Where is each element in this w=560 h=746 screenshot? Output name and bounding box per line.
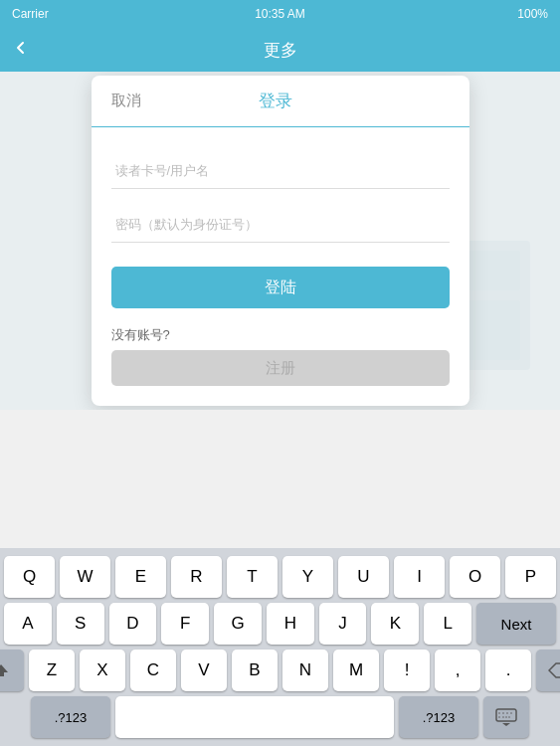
keyboard-dismiss-key[interactable] xyxy=(483,696,529,738)
key-c[interactable]: C xyxy=(130,650,176,691)
symbol-key[interactable]: .?123 xyxy=(31,696,110,738)
key-exclaim[interactable]: ! xyxy=(384,650,430,691)
backspace-key[interactable] xyxy=(536,650,560,691)
shift-icon xyxy=(0,661,10,679)
keyboard-icon xyxy=(495,708,517,726)
key-o[interactable]: O xyxy=(450,556,500,598)
keyboard: Q W E R T Y U I O P A S D F G H J K L Ne… xyxy=(0,548,560,746)
key-u[interactable]: U xyxy=(338,556,389,598)
symbol-key-right[interactable]: .?123 xyxy=(399,696,478,738)
nav-bar: 更多 xyxy=(0,28,560,72)
status-bar: Carrier 10:35 AM 100% xyxy=(0,0,560,28)
key-p[interactable]: P xyxy=(505,556,556,598)
key-m[interactable]: M xyxy=(333,650,379,691)
key-y[interactable]: Y xyxy=(282,556,333,598)
key-t[interactable]: T xyxy=(227,556,278,598)
key-d[interactable]: D xyxy=(109,603,157,645)
login-modal: 取消 登录 登陆 没有账号? 注册 xyxy=(92,76,469,406)
nav-title: 更多 xyxy=(264,39,297,62)
background-area: 取消 登录 登陆 没有账号? 注册 xyxy=(0,72,560,410)
key-row-bottom: .?123 .?123 xyxy=(4,696,556,738)
key-g[interactable]: G xyxy=(214,603,262,645)
space-key[interactable] xyxy=(115,696,394,738)
username-input[interactable] xyxy=(111,151,450,189)
register-button[interactable]: 注册 xyxy=(111,350,450,386)
key-v[interactable]: V xyxy=(181,650,227,691)
key-n[interactable]: N xyxy=(282,650,328,691)
key-k[interactable]: K xyxy=(371,603,419,645)
key-comma[interactable]: , xyxy=(435,650,480,691)
key-e[interactable]: E xyxy=(115,556,166,598)
modal-title: 登录 xyxy=(259,90,292,112)
backspace-icon xyxy=(548,662,560,678)
key-s[interactable]: S xyxy=(57,603,104,645)
no-account-text: 没有账号? xyxy=(111,326,170,344)
key-j[interactable]: J xyxy=(319,603,367,645)
register-section: 没有账号? 注册 xyxy=(111,326,450,386)
battery-label: 100% xyxy=(517,7,548,21)
key-b[interactable]: B xyxy=(232,650,278,691)
key-x[interactable]: X xyxy=(80,650,125,691)
key-i[interactable]: I xyxy=(394,556,445,598)
key-row-2: A S D F G H J K L Next xyxy=(4,603,556,645)
key-l[interactable]: L xyxy=(424,603,471,645)
key-row-3: Z X C V B N M ! , . xyxy=(4,650,556,691)
key-row-1: Q W E R T Y U I O P xyxy=(4,556,556,598)
modal-body: 登陆 没有账号? 注册 xyxy=(92,127,469,406)
key-z[interactable]: Z xyxy=(29,650,75,691)
login-button[interactable]: 登陆 xyxy=(111,267,450,308)
svg-rect-5 xyxy=(496,709,516,721)
key-r[interactable]: R xyxy=(171,556,222,598)
password-input[interactable] xyxy=(111,205,450,243)
next-button[interactable]: Next xyxy=(476,603,556,645)
keyboard-rows: Q W E R T Y U I O P A S D F G H J K L Ne… xyxy=(0,548,560,746)
key-period[interactable]: . xyxy=(485,650,531,691)
shift-key[interactable] xyxy=(0,650,24,691)
key-w[interactable]: W xyxy=(60,556,110,598)
modal-header: 取消 登录 xyxy=(92,76,469,127)
key-h[interactable]: H xyxy=(267,603,314,645)
key-f[interactable]: F xyxy=(161,603,209,645)
key-q[interactable]: Q xyxy=(4,556,55,598)
key-a[interactable]: A xyxy=(4,603,52,645)
modal-overlay: 取消 登录 登陆 没有账号? 注册 xyxy=(0,72,560,410)
time-label: 10:35 AM xyxy=(255,7,305,21)
cancel-button[interactable]: 取消 xyxy=(111,92,141,110)
back-button[interactable] xyxy=(12,39,30,62)
carrier-label: Carrier xyxy=(12,7,49,21)
